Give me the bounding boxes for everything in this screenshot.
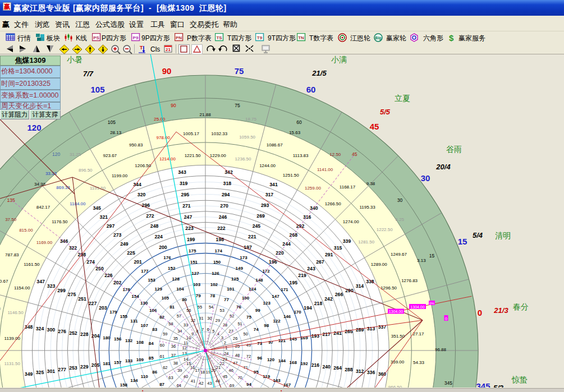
svg-text:90: 90 <box>162 66 172 76</box>
svg-text:156: 156 <box>114 336 122 342</box>
svg-text:196: 196 <box>269 259 277 265</box>
svg-text:29: 29 <box>215 318 220 323</box>
svg-text:43: 43 <box>207 381 212 386</box>
svg-text:0%: 0% <box>429 302 434 305</box>
svg-text:347: 347 <box>36 279 45 284</box>
svg-text:46: 46 <box>229 368 233 373</box>
svg-text:242: 242 <box>324 296 333 302</box>
svg-text:146: 146 <box>283 314 291 319</box>
svg-text:54: 54 <box>209 305 213 310</box>
svg-text:201: 201 <box>134 259 142 265</box>
svg-text:1169.00: 1169.00 <box>36 240 53 245</box>
svg-text:180: 180 <box>103 335 111 340</box>
svg-text:60: 60 <box>296 119 302 125</box>
svg-text:73: 73 <box>257 341 262 346</box>
svg-text:787.83: 787.83 <box>5 252 19 257</box>
svg-text:253: 253 <box>69 365 77 371</box>
svg-text:120: 120 <box>52 151 60 157</box>
svg-text:2: 2 <box>224 340 226 345</box>
svg-text:246: 246 <box>219 214 227 220</box>
svg-text:294: 294 <box>222 192 230 197</box>
svg-text:175: 175 <box>189 248 196 253</box>
svg-text:337: 337 <box>378 324 387 330</box>
svg-text:155: 155 <box>120 314 128 319</box>
svg-text:102: 102 <box>210 282 218 287</box>
svg-text:1141.00: 1141.00 <box>317 167 333 172</box>
svg-text:49: 49 <box>246 343 251 348</box>
svg-text:105: 105 <box>90 85 104 94</box>
svg-text:小暑: 小暑 <box>67 55 82 64</box>
svg-text:12.50: 12.50 <box>329 152 341 157</box>
svg-text:293: 293 <box>261 202 269 208</box>
svg-text:195: 195 <box>290 280 298 285</box>
svg-text:21/3: 21/3 <box>493 306 508 315</box>
svg-text:21: 21 <box>166 47 171 52</box>
svg-text:1131.50: 1131.50 <box>4 361 21 366</box>
svg-text:345: 345 <box>93 205 101 211</box>
svg-text:99: 99 <box>255 308 260 313</box>
svg-text:30: 30 <box>397 197 403 203</box>
svg-text:124: 124 <box>249 287 256 292</box>
svg-text:153: 153 <box>148 278 155 283</box>
svg-text:30: 30 <box>421 173 430 183</box>
svg-text:150: 150 <box>213 260 221 265</box>
svg-text:815.00: 815.00 <box>19 228 33 233</box>
svg-text:1221.50: 1221.50 <box>185 153 201 158</box>
svg-text:338: 338 <box>366 279 374 284</box>
svg-text:1304.00: 1304.00 <box>389 310 403 313</box>
svg-text:83: 83 <box>152 327 157 332</box>
svg-text:219: 219 <box>298 273 306 278</box>
svg-text:288: 288 <box>345 367 353 372</box>
svg-text:Big: Big <box>375 36 381 40</box>
svg-text:PS: PS <box>93 35 99 40</box>
svg-text:0: 0 <box>445 317 447 321</box>
svg-text:72: 72 <box>246 354 251 359</box>
svg-text:1184.00: 1184.00 <box>70 201 86 206</box>
svg-text:205: 205 <box>91 362 100 368</box>
svg-text:148: 148 <box>255 278 263 283</box>
svg-text:31.25: 31.25 <box>70 152 81 157</box>
svg-text:6: 6 <box>207 327 209 332</box>
svg-text:62: 62 <box>163 365 167 370</box>
svg-text:276: 276 <box>58 329 66 334</box>
svg-text:243: 243 <box>307 266 315 271</box>
svg-text:小满: 小满 <box>331 55 347 64</box>
svg-text:1195.33: 1195.33 <box>359 205 375 210</box>
svg-text:63: 63 <box>168 375 173 380</box>
svg-text:81: 81 <box>169 305 175 310</box>
svg-text:1266.50: 1266.50 <box>325 201 341 206</box>
svg-text:199: 199 <box>187 237 195 242</box>
svg-text:1032.33: 1032.33 <box>211 131 227 136</box>
svg-text:341: 341 <box>269 182 278 187</box>
svg-text:103: 103 <box>193 282 201 287</box>
svg-text:172: 172 <box>262 269 270 274</box>
svg-text:79: 79 <box>196 293 201 298</box>
svg-text:182: 182 <box>109 387 117 388</box>
svg-text:60: 60 <box>160 343 164 348</box>
svg-text:18.75: 18.75 <box>245 117 257 122</box>
svg-text:178: 178 <box>122 287 130 292</box>
svg-text:98: 98 <box>264 323 269 328</box>
svg-text:299: 299 <box>57 288 66 293</box>
svg-text:245: 245 <box>253 223 261 229</box>
svg-text:194: 194 <box>304 305 312 311</box>
svg-text:110: 110 <box>141 374 148 379</box>
svg-text:133: 133 <box>125 358 133 363</box>
svg-text:76: 76 <box>236 305 241 310</box>
svg-text:1146.50: 1146.50 <box>7 310 24 315</box>
svg-text:129: 129 <box>155 287 163 292</box>
svg-text:75: 75 <box>235 103 240 108</box>
svg-text:15: 15 <box>429 253 435 259</box>
svg-text:1139.00: 1139.00 <box>4 336 21 341</box>
svg-text:158: 158 <box>120 382 128 388</box>
svg-text:104: 104 <box>176 287 184 292</box>
svg-text:5/5: 5/5 <box>380 108 391 116</box>
svg-text:240: 240 <box>322 364 331 370</box>
svg-text:45: 45 <box>223 374 227 379</box>
svg-text:1249.67: 1249.67 <box>391 252 407 257</box>
svg-text:131: 131 <box>130 319 138 324</box>
svg-text:181: 181 <box>103 361 111 366</box>
svg-text:1289.00: 1289.00 <box>371 262 387 267</box>
svg-text:20/4: 20/4 <box>435 163 451 171</box>
svg-text:174: 174 <box>215 248 223 253</box>
